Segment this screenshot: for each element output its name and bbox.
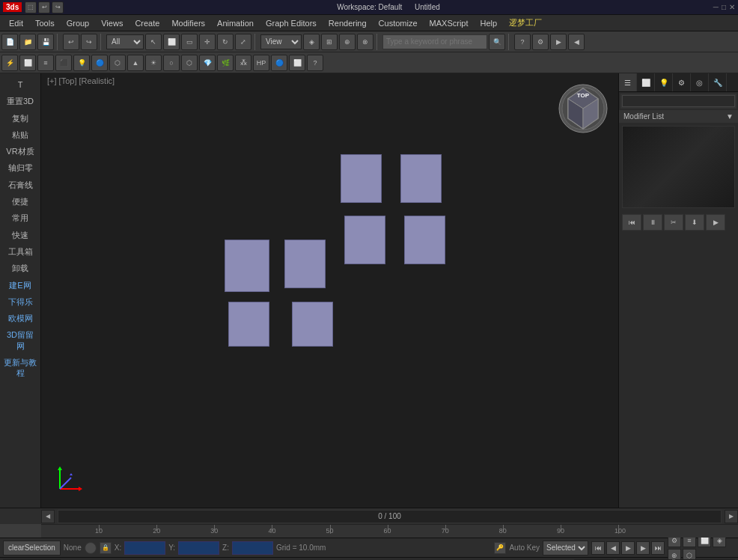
viewport-box-2[interactable]: [344, 216, 385, 264]
select-btn[interactable]: ↖: [145, 34, 162, 50]
t2-btn7[interactable]: ⬡: [109, 55, 126, 71]
menu-item-group[interactable]: Group: [61, 17, 96, 29]
view-mode-select[interactable]: View: [260, 34, 302, 49]
panel-tab-display[interactable]: ◎: [691, 73, 709, 91]
select-rect-btn[interactable]: ▭: [181, 34, 198, 50]
modifier-dropdown-arrow[interactable]: ▼: [726, 112, 734, 121]
t2-btn14[interactable]: ⁂: [235, 55, 251, 71]
sidebar-item-工具箱[interactable]: 工具箱: [0, 243, 40, 260]
mod-pin-btn[interactable]: ⏮: [622, 214, 641, 231]
menu-item-maxscript[interactable]: MAXScript: [424, 17, 475, 29]
menu-item-tools[interactable]: Tools: [29, 17, 61, 29]
scale-btn[interactable]: ⤢: [235, 34, 251, 50]
tl-fwd-btn[interactable]: ▶: [725, 510, 738, 523]
rotate-btn[interactable]: ↻: [217, 34, 234, 50]
viewport-box-4[interactable]: [225, 240, 269, 292]
panel-tab-modify[interactable]: ⬜: [637, 73, 655, 91]
t2-btn3[interactable]: ≡: [37, 55, 54, 71]
t2-btn16[interactable]: 🔵: [271, 55, 287, 71]
x-input[interactable]: [124, 541, 165, 555]
minimize-btn[interactable]: ─: [713, 3, 719, 11]
sidebar-item-建E网[interactable]: 建E网: [0, 277, 40, 293]
undo-tb-btn[interactable]: ↩: [63, 34, 79, 50]
menu-item-create[interactable]: Create: [129, 17, 165, 29]
t2-btn12[interactable]: 💎: [199, 55, 216, 71]
extra-btn3[interactable]: ◀: [568, 34, 585, 50]
mod-down-btn[interactable]: ⬇: [685, 214, 704, 231]
sidebar-item-轴归零[interactable]: 轴归零: [0, 159, 40, 176]
menu-item-views[interactable]: Views: [95, 17, 129, 29]
t2-btn5[interactable]: 💡: [73, 55, 90, 71]
menu-item-edit[interactable]: Edit: [3, 17, 29, 29]
new-btn[interactable]: 📄: [1, 34, 18, 50]
t2-btn15[interactable]: HP: [253, 55, 269, 71]
menu-item-animation[interactable]: Animation: [211, 17, 260, 29]
sidebar-item-常用[interactable]: 常用: [0, 210, 40, 226]
select-region-btn[interactable]: ⬜: [163, 34, 180, 50]
mod-cut-btn[interactable]: ✂: [664, 214, 683, 231]
maximize-btn[interactable]: □: [722, 3, 726, 11]
t2-btn1[interactable]: ⚡: [1, 55, 18, 71]
help-btn[interactable]: ?: [514, 34, 531, 50]
sidebar-item-卸载[interactable]: 卸载: [0, 260, 40, 276]
viewport-btn1[interactable]: ◈: [303, 34, 320, 50]
t2-btn13[interactable]: 🌿: [217, 55, 234, 71]
t2-btn2[interactable]: ⬜: [19, 55, 36, 71]
select-filter[interactable]: All: [106, 34, 144, 49]
open-btn[interactable]: 📁: [19, 34, 36, 50]
viewport-box-1[interactable]: [400, 154, 442, 203]
menu-item-modifiers[interactable]: Modifiers: [165, 17, 211, 29]
prev-frame-btn[interactable]: ◀: [606, 541, 620, 555]
menu-item-rendering[interactable]: Rendering: [323, 17, 373, 29]
tl-back-btn[interactable]: ◀: [41, 510, 55, 523]
search-input[interactable]: [382, 34, 487, 49]
menu-item-graph-editors[interactable]: Graph Editors: [260, 17, 323, 29]
play-btn[interactable]: ▶: [621, 541, 635, 555]
viewport-box-7[interactable]: [292, 302, 333, 347]
save-btn[interactable]: 💾: [37, 34, 54, 50]
viewport[interactable]: [+] [Top] [Realistic] TOP: [41, 73, 618, 508]
light-toggle[interactable]: [85, 542, 97, 554]
close-btn[interactable]: ✕: [729, 3, 735, 11]
viewport-box-6[interactable]: [228, 302, 269, 347]
menu-item-逻梦工厂[interactable]: 逻梦工厂: [503, 16, 548, 30]
sidebar-item-快速[interactable]: 快速: [0, 227, 40, 243]
sidebar-item-石膏线[interactable]: 石膏线: [0, 177, 40, 193]
modifier-search-input[interactable]: [622, 95, 735, 107]
redo-tb-btn[interactable]: ↪: [81, 34, 97, 50]
viewport-btn4[interactable]: ⊗: [357, 34, 373, 50]
search-btn[interactable]: 🔍: [489, 34, 505, 50]
mod-play-btn[interactable]: ▶: [706, 214, 725, 231]
sidebar-item-T[interactable]: T: [0, 76, 40, 93]
sidebar-item-下得乐[interactable]: 下得乐: [0, 293, 40, 310]
sidebar-item-重置3D[interactable]: 重置3D: [0, 93, 40, 109]
viewport-btn3[interactable]: ⊕: [339, 34, 356, 50]
viewport-btn2[interactable]: ⊞: [321, 34, 338, 50]
t2-btn4[interactable]: ⬛: [55, 55, 72, 71]
t2-btn8[interactable]: ▲: [127, 55, 144, 71]
sidebar-item-VR材质[interactable]: VR材质: [0, 143, 40, 159]
t2-help[interactable]: ?: [307, 55, 323, 71]
move-btn[interactable]: ✛: [199, 34, 216, 50]
extra-btn2[interactable]: ▶: [550, 34, 567, 50]
t2-btn9[interactable]: ☀: [145, 55, 162, 71]
play-start-btn[interactable]: ⏮: [591, 541, 605, 555]
sidebar-item-欧模网[interactable]: 欧模网: [0, 310, 40, 326]
panel-tab-hierarchy[interactable]: 💡: [655, 73, 673, 91]
redo-btn[interactable]: ↪: [52, 1, 64, 13]
extra-btn1[interactable]: ⚙: [532, 34, 549, 50]
t2-btn11[interactable]: ⬡: [181, 55, 198, 71]
sidebar-item-粘贴[interactable]: 粘贴: [0, 127, 40, 143]
lock-btn[interactable]: 🔒: [100, 542, 112, 554]
menu-item-customize[interactable]: Customize: [373, 17, 424, 29]
sidebar-item-便捷[interactable]: 便捷: [0, 193, 40, 210]
viewport-box-5[interactable]: [284, 240, 326, 288]
selected-dropdown[interactable]: Selected: [543, 541, 588, 556]
y-input[interactable]: [178, 541, 219, 555]
mod-pause-btn[interactable]: ⏸: [643, 214, 662, 231]
viewport-box-3[interactable]: [404, 216, 445, 264]
panel-tab-utilities[interactable]: 🔧: [709, 73, 727, 91]
clear-selection-btn[interactable]: clearSelection: [3, 541, 61, 556]
menu-item-help[interactable]: Help: [475, 17, 504, 29]
sidebar-item-复制[interactable]: 复制: [0, 110, 40, 127]
